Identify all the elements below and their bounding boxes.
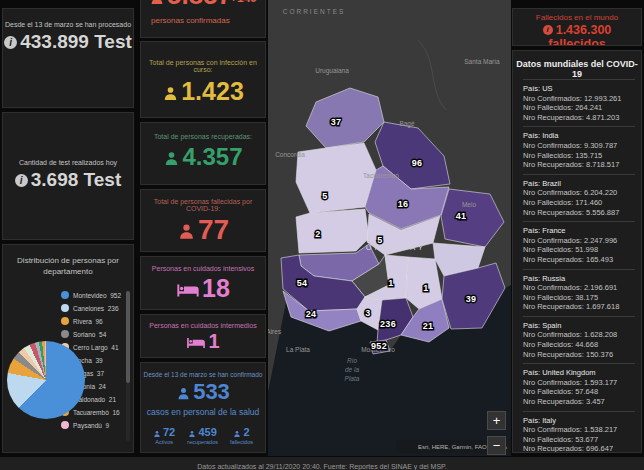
place-label-tacuarembo-city: Tacuarembó xyxy=(363,172,399,179)
stat-value: 72 xyxy=(163,426,175,438)
world-deaths-title: Fallecidos en el mundo xyxy=(513,13,641,22)
department-value-montevideo: 952 xyxy=(371,341,387,351)
country-recovered: 8.718.517 xyxy=(586,160,619,169)
country-entry: País: United Kingdom Nro Confirmados: 1.… xyxy=(523,363,635,406)
world-data-card: Datos mundiales del COVID-19 País: US Nr… xyxy=(512,50,642,453)
department-distribution-card: Distribución de personas por departament… xyxy=(2,244,134,453)
country-field-label: País: xyxy=(523,368,540,377)
country-confirmed: 2.247.996 xyxy=(584,236,617,245)
country-entry: País: Italy Nro Confirmados: 1.538.217 N… xyxy=(523,411,635,453)
legend-color-dot xyxy=(61,421,69,429)
intermediate-title: Personas en cuidados intermedios xyxy=(141,322,265,329)
country-deaths: 38.175 xyxy=(575,293,598,302)
recovered-value: 4.357 xyxy=(141,143,265,171)
world-data-list: País: US Nro Confirmados: 12.993.261 Nro… xyxy=(523,75,635,453)
tests-today-value: 3.698 Test xyxy=(3,169,133,191)
water-label-de-la: de la xyxy=(345,366,359,373)
person-icon xyxy=(188,430,196,438)
legend-scrollbar[interactable] xyxy=(126,291,130,441)
country-recovered: 165.493 xyxy=(586,255,613,264)
country-field-label: País: xyxy=(523,321,540,330)
recovered-field-label: Nro Recuperados: xyxy=(523,255,584,264)
intermediate-care-card: Personas en cuidados intermedios 1 xyxy=(140,314,266,358)
country-name: Italy xyxy=(542,416,556,425)
country-deaths: 57.648 xyxy=(575,387,598,396)
department-value-tacuarembo: 16 xyxy=(398,199,409,209)
world-deaths-card: Fallecidos en el mundo 1.436.300 falleci… xyxy=(512,8,642,46)
intermediate-value: 1 xyxy=(141,330,265,353)
legend-value: 96 xyxy=(95,318,102,325)
map-zoom-in-button[interactable]: + xyxy=(487,411,506,430)
department-value-soriano: 54 xyxy=(297,278,308,288)
stat-value: 2 xyxy=(243,426,249,438)
tests-today-title: Cantidad de test realizados hoy xyxy=(3,159,133,166)
department-value-rivera: 96 xyxy=(412,158,423,168)
legend-value: 952 xyxy=(110,292,121,299)
deaths-field-label: Nro Fallecidos: xyxy=(523,151,573,160)
department-value-san-jose: 3 xyxy=(365,308,370,318)
confirmed-card: 5.857 +149 personas confirmadas xyxy=(140,0,266,38)
legend-item[interactable]: Paysandú 9 xyxy=(61,421,123,429)
map-zoom-out-button[interactable]: − xyxy=(487,436,506,455)
legend-value: 24 xyxy=(99,383,106,390)
legend-value: 16 xyxy=(112,409,119,416)
confirmed-value: 5.857 xyxy=(149,0,232,11)
country-confirmed: 1.538.217 xyxy=(584,425,617,434)
recovered-field-label: Nro Recuperados: xyxy=(523,160,584,169)
legend-color-dot xyxy=(61,330,69,338)
deaths-field-label: Nro Fallecidos: xyxy=(523,245,573,254)
confirmed-field-label: Nro Confirmados: xyxy=(523,330,582,339)
info-icon xyxy=(4,36,17,49)
country-recovered: 150.376 xyxy=(586,350,613,359)
map-canvas[interactable]: CORRIENTES Uruguaiana Santa María Bagé C… xyxy=(268,0,511,456)
department-value-lavalleja: 1 xyxy=(423,283,428,293)
footer-status: Datos actualizados al 29/11/2020 20:40. … xyxy=(0,457,644,470)
confirmed-field-label: Nro Confirmados: xyxy=(523,188,582,197)
legend-item[interactable]: Rivera 96 xyxy=(61,317,123,325)
department-value-canelones: 236 xyxy=(380,319,396,329)
country-confirmed: 1.593.177 xyxy=(584,378,617,387)
stat-value: 459 xyxy=(198,426,216,438)
department-paysandu[interactable] xyxy=(296,209,369,253)
world-deaths-value: 1.436.300 fallecidos xyxy=(513,23,641,46)
legend-color-dot xyxy=(61,291,69,299)
water-label-plata: Plata xyxy=(345,375,360,382)
stat-label: fallecidos xyxy=(230,439,253,445)
legend-scrollbar-thumb[interactable] xyxy=(126,291,130,383)
confirmed-field-label: Nro Confirmados: xyxy=(523,378,582,387)
place-label-uruguaiana: Uruguaiana xyxy=(315,67,349,75)
health-workers-stat: 2 fallecidos xyxy=(230,426,253,445)
country-deaths: 51.998 xyxy=(575,245,598,254)
health-workers-title: Desde el 13 de marzo se han confirmado xyxy=(141,371,265,378)
country-name: France xyxy=(542,226,565,235)
country-field-label: País: xyxy=(523,416,540,425)
deaths-field-label: Nro Fallecidos: xyxy=(523,435,573,444)
country-name: US xyxy=(542,84,552,93)
country-field-label: País: xyxy=(523,179,540,188)
country-name: United Kingdom xyxy=(542,368,595,377)
legend-item[interactable]: Canelones 236 xyxy=(61,304,123,312)
legend-value: 9 xyxy=(106,422,110,429)
legend-name: Canelones xyxy=(73,305,104,312)
place-label-buenos-aires: Buenos Aires xyxy=(268,328,282,335)
legend-name: Cerro Largo xyxy=(73,344,108,351)
legend-name: Soriano xyxy=(73,331,95,338)
icu-card: Personas en cuidados intensivos 18 xyxy=(140,256,266,310)
legend-item[interactable]: Soriano 54 xyxy=(61,330,123,338)
legend-item[interactable]: Montevideo 952 xyxy=(61,291,123,299)
country-recovered: 696.647 xyxy=(586,444,613,453)
department-value-durazno: 5 xyxy=(377,235,382,245)
deaths-field-label: Nro Fallecidos: xyxy=(523,198,573,207)
person-icon xyxy=(177,222,196,241)
legend-name: Paysandú xyxy=(73,422,102,429)
country-recovered: 4.871.203 xyxy=(586,113,619,122)
health-workers-stat: 72 Activos xyxy=(153,426,175,445)
recovered-field-label: Nro Recuperados: xyxy=(523,350,584,359)
tests-total-card: Desde el 13 de marzo se han procesado 43… xyxy=(2,8,134,108)
department-pie xyxy=(7,341,85,419)
department-value-maldonado: 21 xyxy=(423,321,434,331)
country-label-uruguay: URUGUAY xyxy=(366,243,426,252)
confirmed-field-label: Nro Confirmados: xyxy=(523,236,582,245)
recovered-title: Total de personas recuperadas: xyxy=(141,133,265,140)
uruguay-map[interactable]: CORRIENTES Uruguaiana Santa María Bagé C… xyxy=(268,0,511,456)
